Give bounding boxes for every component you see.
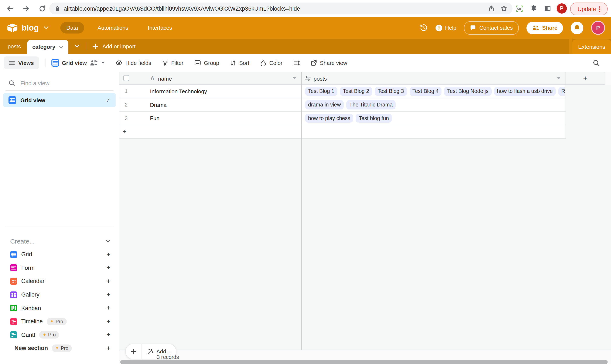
horizontal-scrollbar[interactable] xyxy=(120,360,608,364)
table-row-3[interactable]: 3Funhow to play chessTest blog fun xyxy=(119,112,566,125)
name-column-dropdown-icon[interactable] xyxy=(293,77,296,79)
share-button[interactable]: Share xyxy=(527,21,563,34)
column-header-name[interactable]: name xyxy=(158,75,172,82)
grid-header-row: A name posts xyxy=(119,72,605,85)
nav-tab-automations[interactable]: Automations xyxy=(92,22,134,34)
search-button[interactable] xyxy=(593,59,600,66)
airtable-logo[interactable] xyxy=(7,23,18,32)
browser-profile-avatar[interactable]: P xyxy=(557,3,567,13)
history-icon[interactable] xyxy=(420,24,428,32)
create-item-calendar[interactable]: Calendar+ xyxy=(0,274,119,288)
linked-record-tag[interactable]: Test blog fun xyxy=(356,114,392,123)
linked-record-tag[interactable]: Refi xyxy=(558,87,565,96)
sort-label: Sort xyxy=(239,60,250,66)
reload-button[interactable] xyxy=(36,2,48,15)
lock-icon xyxy=(54,5,60,12)
create-item-plus-button[interactable]: + xyxy=(106,291,111,299)
create-item-plus-button[interactable]: + xyxy=(106,251,111,258)
hide-fields-icon xyxy=(116,59,122,66)
base-chevron-icon[interactable] xyxy=(44,26,48,29)
add-or-import-button[interactable]: Add or import xyxy=(93,39,136,54)
add-field-button[interactable]: + xyxy=(566,72,605,85)
create-item-gantt[interactable]: Gantt✦Pro+ xyxy=(0,328,119,341)
hide-fields-button[interactable]: Hide fields xyxy=(116,59,151,66)
browser-menu-icon[interactable] xyxy=(599,6,600,12)
table-tab-chevron-icon[interactable] xyxy=(59,46,63,48)
create-item-plus-button[interactable]: + xyxy=(106,331,111,339)
create-item-form[interactable]: Form+ xyxy=(0,261,119,274)
extensions-puzzle-icon[interactable] xyxy=(530,5,537,12)
extensions-tab[interactable]: Extensions xyxy=(572,39,611,54)
color-button[interactable]: Color xyxy=(260,60,282,66)
address-bar[interactable]: airtable.com/appez0LgaOVA6SdCO/tbllhl09v… xyxy=(49,2,513,14)
create-item-plus-button[interactable]: + xyxy=(106,277,111,285)
filter-button[interactable]: Filter xyxy=(162,60,183,66)
notifications-button[interactable] xyxy=(571,21,583,34)
cell-posts[interactable]: Test Blog 1Test Blog 2Test Blog 3Test Bl… xyxy=(305,85,565,98)
grid-rows: 1Information TechnologyTest Blog 1Test B… xyxy=(119,85,566,125)
select-all-checkbox[interactable] xyxy=(123,75,129,81)
gif-extension-icon[interactable]: GIF xyxy=(516,5,523,12)
browser-update-button[interactable]: Update xyxy=(570,2,608,15)
linked-record-tag[interactable]: The Titanic Drama xyxy=(346,100,396,109)
linked-record-tag[interactable]: drama in view xyxy=(305,100,344,109)
cell-name[interactable]: Information Technology xyxy=(150,85,207,98)
table-row-1[interactable]: 1Information TechnologyTest Blog 1Test B… xyxy=(119,85,566,98)
posts-column-dropdown-icon[interactable] xyxy=(557,77,560,79)
create-item-plus-button[interactable]: + xyxy=(106,318,111,325)
share-view-button[interactable]: Share view xyxy=(311,60,347,66)
table-tab-category[interactable]: category xyxy=(27,40,69,54)
create-collapse-chevron-icon[interactable] xyxy=(105,239,111,243)
user-avatar[interactable]: P xyxy=(591,21,605,35)
row-number: 3 xyxy=(119,112,133,125)
quick-add-record-button[interactable] xyxy=(126,344,141,359)
add-record-row[interactable]: + xyxy=(119,125,566,139)
cell-posts[interactable]: drama in viewThe Titanic Drama xyxy=(305,98,565,111)
linked-record-tag[interactable]: Test Blog 4 xyxy=(409,87,442,96)
group-button[interactable]: Group xyxy=(194,59,219,66)
linked-record-tag[interactable]: Test Blog Node js xyxy=(444,87,492,96)
share-page-icon[interactable] xyxy=(488,5,495,12)
column-header-posts[interactable]: posts xyxy=(314,75,327,82)
contact-sales-label: Contact sales xyxy=(479,25,513,31)
cell-posts[interactable]: how to play chessTest blog fun xyxy=(305,112,565,125)
grid-view-icon xyxy=(9,96,16,104)
grid-footer-bar: Add... 3 records xyxy=(119,350,611,364)
sort-button[interactable]: Sort xyxy=(230,60,250,66)
sidebar-view-grid-view[interactable]: Grid view ✓ xyxy=(3,93,116,107)
current-view-button[interactable]: Grid view xyxy=(51,59,105,67)
sidebar-divider xyxy=(5,90,113,91)
forward-button[interactable] xyxy=(20,2,32,15)
table-tab-posts[interactable]: posts xyxy=(8,39,21,54)
find-view-input[interactable] xyxy=(20,79,113,87)
linked-record-tag[interactable]: how to flash a usb drive xyxy=(494,87,556,96)
create-item-plus-button[interactable]: + xyxy=(106,264,111,272)
linked-record-tag[interactable]: Test Blog 1 xyxy=(305,87,337,96)
create-item-grid[interactable]: Grid+ xyxy=(0,248,119,261)
table-row-2[interactable]: 2Dramadrama in viewThe Titanic Drama xyxy=(119,98,566,112)
help-button[interactable]: ? Help xyxy=(436,24,457,31)
cell-name[interactable]: Fun xyxy=(150,112,160,125)
contact-sales-button[interactable]: Contact sales xyxy=(464,21,519,35)
create-item-new-section[interactable]: New section✦Pro+ xyxy=(0,341,119,355)
base-title[interactable]: blog xyxy=(22,23,39,32)
create-section-header[interactable]: Create... xyxy=(10,235,111,247)
create-item-plus-button[interactable]: + xyxy=(106,304,111,312)
back-button[interactable] xyxy=(3,2,16,15)
table-list-chevron-button[interactable] xyxy=(71,39,83,54)
nav-tab-data[interactable]: Data xyxy=(60,22,84,34)
create-item-timeline[interactable]: Timeline✦Pro+ xyxy=(0,315,119,328)
side-panel-icon[interactable] xyxy=(544,5,551,12)
create-item-plus-button[interactable]: + xyxy=(106,344,111,352)
create-item-gallery[interactable]: Gallery+ xyxy=(0,288,119,301)
cell-name[interactable]: Drama xyxy=(150,98,167,111)
create-item-kanban[interactable]: Kanban+ xyxy=(0,301,119,315)
new-section-label: New section xyxy=(14,345,48,351)
linked-record-tag[interactable]: Test Blog 2 xyxy=(340,87,372,96)
bookmark-star-icon[interactable] xyxy=(500,5,507,12)
row-height-button[interactable] xyxy=(293,60,300,66)
nav-tab-interfaces[interactable]: Interfaces xyxy=(142,22,178,34)
linked-record-tag[interactable]: Test Blog 3 xyxy=(375,87,407,96)
linked-record-tag[interactable]: how to play chess xyxy=(305,114,353,123)
views-button[interactable]: Views xyxy=(4,56,39,69)
